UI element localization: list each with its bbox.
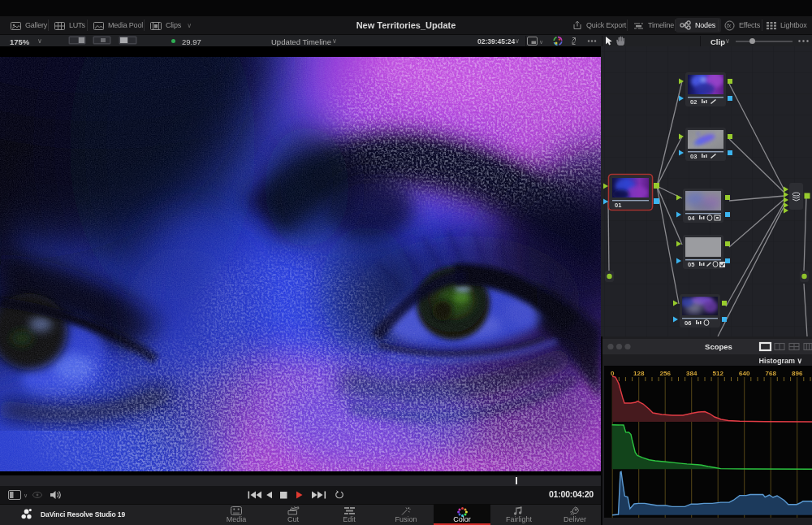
svg-text:06: 06 — [685, 319, 691, 327]
svg-text:04: 04 — [688, 215, 695, 222]
svg-text:01: 01 — [615, 202, 621, 209]
svg-text:256: 256 — [660, 370, 672, 377]
svg-text:05: 05 — [688, 261, 694, 268]
svg-text:∨: ∨ — [539, 39, 543, 45]
svg-text:fx: fx — [727, 23, 732, 28]
svg-text:03: 03 — [690, 153, 697, 160]
svg-text:128: 128 — [633, 370, 645, 377]
svg-text:640: 640 — [739, 370, 750, 377]
svg-text:768: 768 — [766, 370, 777, 377]
svg-text:896: 896 — [792, 370, 803, 377]
svg-text:512: 512 — [713, 370, 724, 377]
svg-text:384: 384 — [686, 370, 698, 377]
svg-text:∨: ∨ — [24, 492, 28, 498]
svg-text:02: 02 — [690, 98, 697, 106]
